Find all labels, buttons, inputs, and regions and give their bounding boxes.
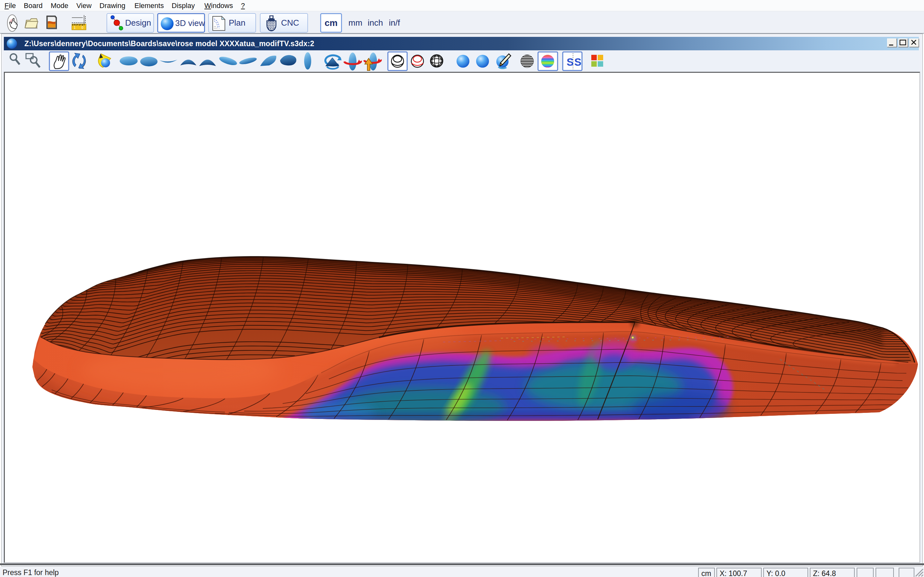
svg-text:1: 1: [74, 26, 76, 29]
svg-text:0: 0: [81, 26, 83, 29]
svg-text:S: S: [574, 56, 582, 68]
svg-text:S: S: [567, 56, 573, 68]
